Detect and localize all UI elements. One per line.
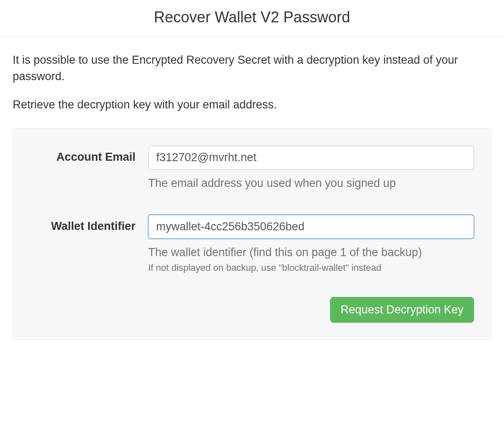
email-label: Account Email xyxy=(30,146,148,164)
wallet-identifier-field[interactable] xyxy=(148,215,474,239)
wallet-input-wrap: The wallet identifier (find this on page… xyxy=(148,215,474,273)
page-header: Recover Wallet V2 Password xyxy=(0,0,504,37)
request-decryption-key-button[interactable]: Request Decryption Key xyxy=(330,297,474,323)
email-row: Account Email The email address you used… xyxy=(30,146,474,191)
recovery-form-panel: Account Email The email address you used… xyxy=(13,128,491,340)
email-help-text: The email address you used when you sign… xyxy=(148,175,474,191)
intro-line-1: It is possible to use the Encrypted Reco… xyxy=(13,52,491,85)
intro-text: It is possible to use the Encrypted Reco… xyxy=(13,52,491,113)
wallet-row: Wallet Identifier The wallet identifier … xyxy=(30,215,474,273)
content-area: It is possible to use the Encrypted Reco… xyxy=(0,37,504,353)
page-title: Recover Wallet V2 Password xyxy=(0,8,504,26)
wallet-help-text: The wallet identifier (find this on page… xyxy=(148,245,474,260)
button-row: Request Decryption Key xyxy=(30,297,474,323)
email-input-wrap: The email address you used when you sign… xyxy=(148,146,474,191)
intro-line-2: Retrieve the decryption key with your em… xyxy=(13,97,491,113)
wallet-subhelp-text: If not displayed on backup, use "blocktr… xyxy=(148,262,474,273)
email-field[interactable] xyxy=(148,146,474,170)
wallet-label: Wallet Identifier xyxy=(30,215,148,233)
